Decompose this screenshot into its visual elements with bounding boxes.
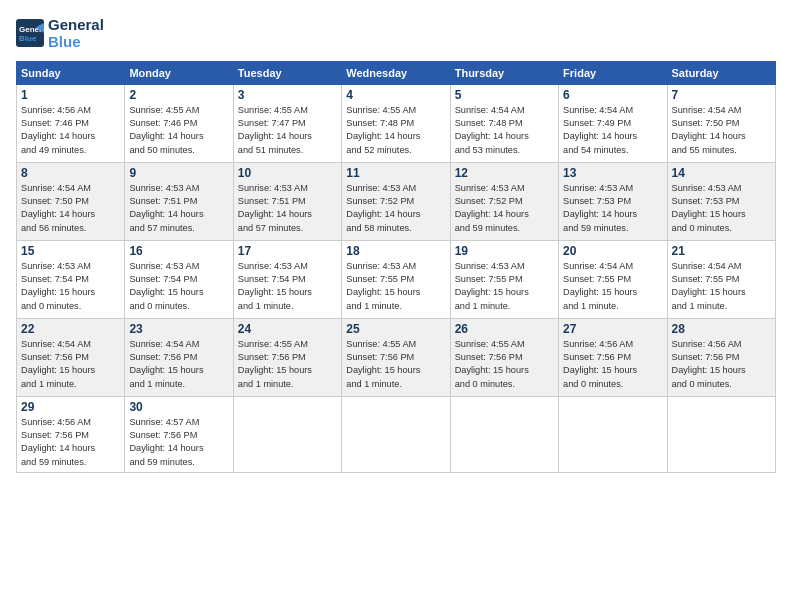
day-info: Sunrise: 4:54 AM Sunset: 7:55 PM Dayligh… [563,260,662,313]
calendar-cell: 1Sunrise: 4:56 AM Sunset: 7:46 PM Daylig… [17,84,125,162]
calendar-cell: 26Sunrise: 4:55 AM Sunset: 7:56 PM Dayli… [450,318,558,396]
day-info: Sunrise: 4:55 AM Sunset: 7:56 PM Dayligh… [238,338,337,391]
weekday-header-tuesday: Tuesday [233,61,341,84]
calendar-cell: 7Sunrise: 4:54 AM Sunset: 7:50 PM Daylig… [667,84,775,162]
day-info: Sunrise: 4:55 AM Sunset: 7:56 PM Dayligh… [455,338,554,391]
calendar-cell: 22Sunrise: 4:54 AM Sunset: 7:56 PM Dayli… [17,318,125,396]
day-info: Sunrise: 4:53 AM Sunset: 7:54 PM Dayligh… [238,260,337,313]
day-info: Sunrise: 4:54 AM Sunset: 7:48 PM Dayligh… [455,104,554,157]
logo: General Blue General Blue [16,16,104,51]
calendar-cell: 13Sunrise: 4:53 AM Sunset: 7:53 PM Dayli… [559,162,667,240]
calendar-cell: 28Sunrise: 4:56 AM Sunset: 7:56 PM Dayli… [667,318,775,396]
weekday-header-sunday: Sunday [17,61,125,84]
day-info: Sunrise: 4:55 AM Sunset: 7:48 PM Dayligh… [346,104,445,157]
calendar-page: General Blue General Blue SundayMondayTu… [0,0,792,612]
day-info: Sunrise: 4:54 AM Sunset: 7:56 PM Dayligh… [21,338,120,391]
day-number: 19 [455,244,554,258]
day-number: 27 [563,322,662,336]
calendar-cell: 14Sunrise: 4:53 AM Sunset: 7:53 PM Dayli… [667,162,775,240]
day-info: Sunrise: 4:53 AM Sunset: 7:51 PM Dayligh… [238,182,337,235]
calendar-cell: 5Sunrise: 4:54 AM Sunset: 7:48 PM Daylig… [450,84,558,162]
header: General Blue General Blue [16,16,776,51]
day-number: 29 [21,400,120,414]
day-info: Sunrise: 4:53 AM Sunset: 7:54 PM Dayligh… [129,260,228,313]
day-number: 11 [346,166,445,180]
day-number: 5 [455,88,554,102]
week-row-4: 22Sunrise: 4:54 AM Sunset: 7:56 PM Dayli… [17,318,776,396]
day-number: 16 [129,244,228,258]
week-row-1: 1Sunrise: 4:56 AM Sunset: 7:46 PM Daylig… [17,84,776,162]
calendar-cell: 24Sunrise: 4:55 AM Sunset: 7:56 PM Dayli… [233,318,341,396]
calendar-cell: 27Sunrise: 4:56 AM Sunset: 7:56 PM Dayli… [559,318,667,396]
calendar-cell: 20Sunrise: 4:54 AM Sunset: 7:55 PM Dayli… [559,240,667,318]
day-number: 22 [21,322,120,336]
calendar-cell: 15Sunrise: 4:53 AM Sunset: 7:54 PM Dayli… [17,240,125,318]
weekday-header-friday: Friday [559,61,667,84]
day-number: 17 [238,244,337,258]
day-info: Sunrise: 4:53 AM Sunset: 7:55 PM Dayligh… [346,260,445,313]
calendar-cell: 2Sunrise: 4:55 AM Sunset: 7:46 PM Daylig… [125,84,233,162]
day-number: 7 [672,88,771,102]
calendar-cell [342,396,450,472]
calendar-cell: 21Sunrise: 4:54 AM Sunset: 7:55 PM Dayli… [667,240,775,318]
calendar-cell [559,396,667,472]
calendar-cell [667,396,775,472]
day-info: Sunrise: 4:53 AM Sunset: 7:51 PM Dayligh… [129,182,228,235]
day-number: 30 [129,400,228,414]
day-info: Sunrise: 4:55 AM Sunset: 7:46 PM Dayligh… [129,104,228,157]
day-number: 1 [21,88,120,102]
day-number: 23 [129,322,228,336]
day-info: Sunrise: 4:54 AM Sunset: 7:55 PM Dayligh… [672,260,771,313]
calendar-cell: 10Sunrise: 4:53 AM Sunset: 7:51 PM Dayli… [233,162,341,240]
calendar-cell: 30Sunrise: 4:57 AM Sunset: 7:56 PM Dayli… [125,396,233,472]
weekday-header-saturday: Saturday [667,61,775,84]
day-number: 20 [563,244,662,258]
day-number: 8 [21,166,120,180]
day-number: 4 [346,88,445,102]
day-number: 18 [346,244,445,258]
day-info: Sunrise: 4:56 AM Sunset: 7:56 PM Dayligh… [672,338,771,391]
calendar-table: SundayMondayTuesdayWednesdayThursdayFrid… [16,61,776,473]
day-info: Sunrise: 4:56 AM Sunset: 7:56 PM Dayligh… [563,338,662,391]
day-info: Sunrise: 4:56 AM Sunset: 7:46 PM Dayligh… [21,104,120,157]
day-info: Sunrise: 4:53 AM Sunset: 7:52 PM Dayligh… [455,182,554,235]
day-number: 21 [672,244,771,258]
day-number: 14 [672,166,771,180]
calendar-cell: 23Sunrise: 4:54 AM Sunset: 7:56 PM Dayli… [125,318,233,396]
day-info: Sunrise: 4:56 AM Sunset: 7:56 PM Dayligh… [21,416,120,469]
calendar-cell: 29Sunrise: 4:56 AM Sunset: 7:56 PM Dayli… [17,396,125,472]
day-number: 9 [129,166,228,180]
calendar-cell: 8Sunrise: 4:54 AM Sunset: 7:50 PM Daylig… [17,162,125,240]
calendar-cell: 3Sunrise: 4:55 AM Sunset: 7:47 PM Daylig… [233,84,341,162]
calendar-cell [233,396,341,472]
calendar-cell: 19Sunrise: 4:53 AM Sunset: 7:55 PM Dayli… [450,240,558,318]
day-number: 13 [563,166,662,180]
calendar-cell: 11Sunrise: 4:53 AM Sunset: 7:52 PM Dayli… [342,162,450,240]
calendar-cell: 12Sunrise: 4:53 AM Sunset: 7:52 PM Dayli… [450,162,558,240]
day-info: Sunrise: 4:53 AM Sunset: 7:53 PM Dayligh… [563,182,662,235]
day-number: 3 [238,88,337,102]
day-number: 25 [346,322,445,336]
week-row-5: 29Sunrise: 4:56 AM Sunset: 7:56 PM Dayli… [17,396,776,472]
day-info: Sunrise: 4:54 AM Sunset: 7:56 PM Dayligh… [129,338,228,391]
calendar-cell: 4Sunrise: 4:55 AM Sunset: 7:48 PM Daylig… [342,84,450,162]
week-row-2: 8Sunrise: 4:54 AM Sunset: 7:50 PM Daylig… [17,162,776,240]
calendar-cell: 9Sunrise: 4:53 AM Sunset: 7:51 PM Daylig… [125,162,233,240]
calendar-cell: 25Sunrise: 4:55 AM Sunset: 7:56 PM Dayli… [342,318,450,396]
calendar-cell: 17Sunrise: 4:53 AM Sunset: 7:54 PM Dayli… [233,240,341,318]
svg-text:Blue: Blue [19,34,37,43]
day-number: 26 [455,322,554,336]
day-number: 24 [238,322,337,336]
day-number: 15 [21,244,120,258]
day-number: 28 [672,322,771,336]
day-info: Sunrise: 4:55 AM Sunset: 7:47 PM Dayligh… [238,104,337,157]
weekday-header-thursday: Thursday [450,61,558,84]
day-info: Sunrise: 4:53 AM Sunset: 7:52 PM Dayligh… [346,182,445,235]
calendar-cell: 6Sunrise: 4:54 AM Sunset: 7:49 PM Daylig… [559,84,667,162]
day-number: 6 [563,88,662,102]
day-info: Sunrise: 4:55 AM Sunset: 7:56 PM Dayligh… [346,338,445,391]
logo-general: General [48,16,104,33]
weekday-header-row: SundayMondayTuesdayWednesdayThursdayFrid… [17,61,776,84]
day-info: Sunrise: 4:54 AM Sunset: 7:49 PM Dayligh… [563,104,662,157]
logo-blue: Blue [48,33,104,50]
